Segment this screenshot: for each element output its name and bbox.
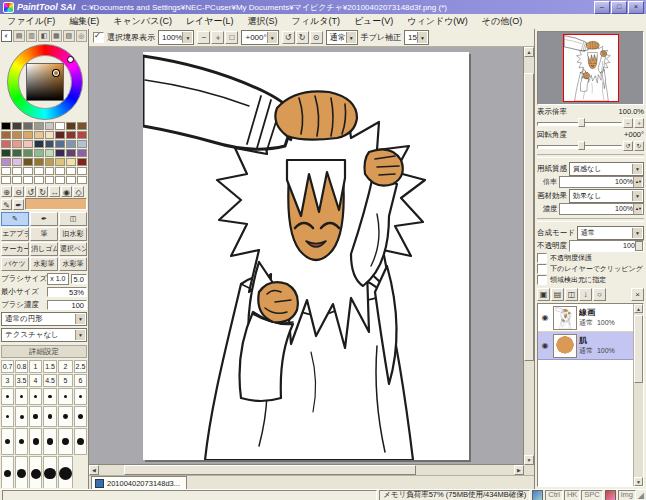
scroll-down-icon[interactable]: ▼ (524, 455, 534, 465)
selection-border-checkbox[interactable] (93, 32, 104, 43)
brush-size-preset[interactable]: 3 (1, 374, 14, 387)
texture-scale-spinner[interactable]: 100% (559, 176, 644, 188)
color-swatch[interactable] (23, 149, 33, 157)
swatches-icon[interactable]: ▦ (51, 30, 62, 42)
color-swatch[interactable] (1, 176, 11, 184)
scroll-up-icon[interactable]: ▲ (524, 47, 534, 57)
document-tab[interactable]: 20100402073148d3... (91, 476, 187, 489)
brush-size-preset[interactable] (1, 388, 14, 405)
color-swatch[interactable] (45, 176, 55, 184)
brush-size-preset[interactable] (29, 406, 42, 427)
h-scroll-thumb[interactable] (124, 465, 417, 475)
scroll-left-icon[interactable]: ◀ (89, 465, 99, 475)
advanced-settings-header[interactable]: 詳細設定 (1, 345, 87, 358)
hsv-sliders-icon[interactable]: ▥ (26, 30, 37, 42)
current-color-swatch[interactable] (25, 198, 87, 210)
marker-tool[interactable]: マーカー (1, 242, 29, 256)
navigator-thumbnail[interactable] (564, 35, 618, 101)
brush-size-preset[interactable] (43, 406, 57, 427)
brush-size-preset[interactable]: 1 (29, 360, 42, 373)
stabilizer-select[interactable]: 15 (404, 30, 429, 45)
pen-tool[interactable]: ✒ (30, 212, 58, 226)
menu-item[interactable]: レイヤー(L) (179, 14, 241, 29)
binder-tool[interactable]: ◫ (59, 212, 87, 226)
zoom-in-icon[interactable]: ⊕ (1, 186, 12, 197)
layer-option[interactable]: 領域検出元に指定 (537, 274, 644, 285)
color-swatch[interactable] (12, 140, 22, 148)
color-swatch[interactable] (34, 176, 44, 184)
color-swatch[interactable] (77, 176, 87, 184)
brush-size-preset[interactable]: 5 (58, 374, 73, 387)
color-swatch[interactable] (77, 140, 87, 148)
brush-size-preset[interactable] (58, 456, 73, 488)
menu-item[interactable]: キャンバス(C) (106, 14, 179, 29)
color-swatch[interactable] (55, 158, 65, 166)
brush-size-preset[interactable]: 0.7 (1, 360, 14, 373)
delete-layer-icon[interactable]: × (631, 288, 644, 301)
hand-icon[interactable]: ◇ (73, 186, 84, 197)
new-layer-set-icon[interactable]: ▤ (551, 288, 564, 301)
menu-item[interactable]: ファイル(F) (0, 14, 62, 29)
color-swatch[interactable] (34, 122, 44, 130)
legacy-watercolor-tool[interactable]: 旧水彩 (59, 227, 87, 241)
zoom-in-button[interactable]: ＋ (211, 31, 224, 44)
scroll-down-icon[interactable]: ▼ (634, 477, 643, 486)
navigator[interactable] (537, 31, 644, 105)
checkbox[interactable] (537, 275, 547, 285)
brush-size-preset[interactable] (15, 456, 28, 488)
brush-size-preset[interactable] (43, 428, 57, 455)
brush-size-preset[interactable] (29, 456, 42, 488)
pencil-tool[interactable]: ✎ (1, 212, 29, 226)
brush-size-preset[interactable] (1, 406, 14, 427)
color-swatch[interactable] (23, 176, 33, 184)
brush-size-preset[interactable] (15, 406, 28, 427)
color-mixer-icon[interactable]: ◧ (38, 30, 49, 42)
resize-grip-icon[interactable]: ◢ (638, 491, 644, 500)
brush-size-preset[interactable] (43, 456, 57, 488)
picker-icon[interactable]: ◎ (76, 30, 87, 42)
color-swatch[interactable] (66, 176, 76, 184)
menu-item[interactable]: 選択(S) (241, 14, 285, 29)
nav-angle-thumb[interactable] (578, 141, 585, 150)
brush-size-preset[interactable]: 2 (58, 360, 73, 373)
zoom-select[interactable]: 100% (158, 30, 194, 45)
color-swatch[interactable] (1, 149, 11, 157)
rotate-reset-button[interactable]: ⊙ (310, 31, 323, 44)
color-swatch[interactable] (45, 149, 55, 157)
canvas-area[interactable]: ▲ ▼ ◀ ▶ (89, 47, 534, 475)
bucket-tool[interactable]: バケツ (1, 257, 29, 271)
brush-size-preset[interactable] (74, 428, 87, 455)
brush-texture-select[interactable]: テクスチャなし (1, 328, 87, 342)
brush-size-preset[interactable]: 4.5 (43, 374, 57, 387)
color-swatch[interactable] (12, 167, 22, 175)
color-swatch[interactable] (45, 140, 55, 148)
brush-size-preset[interactable] (1, 456, 14, 488)
v-scroll-thumb[interactable] (524, 73, 534, 362)
pencil-icon[interactable]: ✎ (1, 199, 12, 210)
canvas-horizontal-scrollbar[interactable]: ◀ ▶ (89, 464, 524, 475)
color-swatch[interactable] (66, 122, 76, 130)
brush-size-preset[interactable] (29, 388, 42, 405)
color-swatch[interactable] (66, 140, 76, 148)
min-size-value[interactable]: 53% (47, 287, 87, 297)
color-swatch[interactable] (66, 158, 76, 166)
move-icon[interactable]: ↔ (49, 186, 60, 197)
color-swatch[interactable] (12, 158, 22, 166)
checkbox[interactable] (537, 264, 547, 274)
color-swatch[interactable] (66, 149, 76, 157)
select-pen-tool[interactable]: 選択ペン (59, 242, 87, 256)
eraser-tool[interactable]: 消しゴム (30, 242, 58, 256)
menu-item[interactable]: フィルタ(T) (285, 14, 347, 29)
layer-scrollbar[interactable]: ▲ ▼ (633, 304, 643, 486)
brush-size-value[interactable]: 5.0 (71, 274, 87, 284)
menu-item[interactable]: その他(O) (475, 14, 529, 29)
color-swatch[interactable] (34, 140, 44, 148)
close-button[interactable]: × (628, 1, 644, 14)
color-swatch[interactable] (77, 167, 87, 175)
scroll-up-icon[interactable]: ▲ (634, 304, 643, 313)
color-swatch[interactable] (45, 167, 55, 175)
nav-zoom-in-button[interactable]: ＋ (634, 118, 644, 128)
menu-item[interactable]: 編集(E) (62, 14, 106, 29)
nav-angle-slider[interactable]: ↺ ↻ (537, 140, 644, 151)
color-swatch[interactable] (66, 167, 76, 175)
